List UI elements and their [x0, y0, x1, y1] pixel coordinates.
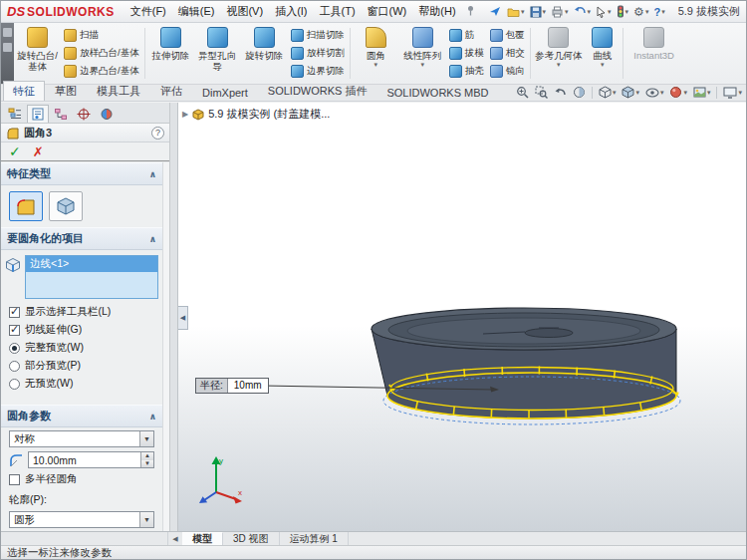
apply-scene-icon[interactable]: ▾ [693, 87, 711, 98]
undo-icon[interactable]: ▾ [574, 6, 592, 17]
symmetry-dropdown[interactable]: 对称 ▼ [9, 430, 154, 447]
callout-value-field[interactable]: 10mm [228, 379, 268, 393]
zoom-area-icon[interactable] [535, 86, 548, 99]
profile-dropdown[interactable]: 圆形 ▼ [9, 511, 154, 528]
tree-expand-icon[interactable]: ▶ [182, 110, 188, 119]
feature-tree-flyout[interactable]: ▶ 5.9 拔模实例 (封盖建模... [182, 107, 330, 122]
filletxpert-button[interactable] [49, 191, 83, 221]
tab-solidworks-addins[interactable]: SOLIDWORKS 插件 [258, 81, 377, 101]
help-icon[interactable]: ?▾ [653, 6, 664, 18]
options-gear-icon[interactable]: ⚙▾ [633, 5, 648, 19]
menu-pin-icon[interactable] [466, 5, 475, 18]
boundary-boss-button[interactable]: 边界凸台/基体 [64, 64, 139, 78]
edit-appearance-icon[interactable]: ▾ [669, 86, 687, 99]
intersect-button[interactable]: 相交 [490, 46, 525, 60]
curves-button[interactable]: 曲线 ▾ [585, 23, 621, 84]
tab-model[interactable]: 模型 [182, 532, 223, 545]
section-view-icon[interactable] [573, 86, 586, 99]
checkbox-icon[interactable] [9, 474, 20, 485]
tab-solidworks-mbd[interactable]: SOLIDWORKS MBD [376, 84, 498, 101]
boundary-cut-button[interactable]: 边界切除 [291, 64, 345, 78]
rib-button[interactable]: 筋 [449, 28, 484, 42]
revolved-boss-button[interactable]: 旋转凸台/基体 [14, 23, 61, 84]
tab-dimxpert-manager[interactable] [73, 105, 95, 123]
radio-icon[interactable] [9, 379, 20, 390]
zoom-fit-icon[interactable] [516, 86, 529, 99]
ok-button[interactable]: ✓ [9, 143, 21, 159]
tab-sketch[interactable]: 草图 [45, 81, 87, 101]
show-selection-toolbar-row[interactable]: 显示选择工具栏(L) [1, 303, 162, 321]
tab-features[interactable]: 特征 [3, 81, 45, 101]
hole-wizard-button[interactable]: 异型孔向导 [194, 23, 241, 84]
display-style-icon[interactable]: ▾ [622, 86, 639, 99]
menu-edit[interactable]: 编辑(E) [172, 2, 221, 21]
tab-display-manager[interactable] [96, 105, 118, 123]
print-icon[interactable]: ▾ [551, 6, 569, 18]
help-button[interactable]: ? [151, 127, 164, 140]
section-feature-type[interactable]: 特征类型 ∧ [1, 162, 162, 185]
save-icon[interactable]: ▾ [530, 6, 547, 18]
section-fillet-parameters[interactable]: 圆角参数 ∧ [1, 405, 162, 427]
fillet-button[interactable]: 圆角 ▾ [353, 23, 399, 84]
menu-tools[interactable]: 工具(T) [314, 2, 362, 21]
previous-view-icon[interactable] [554, 87, 567, 98]
tab-feature-manager[interactable] [4, 105, 26, 123]
lofted-cut-button[interactable]: 放样切割 [291, 46, 345, 60]
dropdown-arrow-icon[interactable]: ▼ [139, 512, 153, 527]
wrap-button[interactable]: 包覆 [490, 28, 525, 42]
panel-collapse-arrow[interactable]: ◀ [178, 306, 188, 330]
swept-cut-button[interactable]: 扫描切除 [291, 28, 345, 42]
selected-edge-item[interactable]: 边线<1> [26, 256, 157, 272]
cancel-button[interactable]: ✗ [33, 144, 44, 159]
3d-model-canvas[interactable]: x y [178, 103, 746, 531]
tab-scroll-left-icon[interactable]: ◀ [168, 532, 182, 545]
section-items-to-fillet[interactable]: 要圆角化的项目 ∧ [1, 227, 162, 250]
no-preview-radio-row[interactable]: 无预览(W) [1, 375, 162, 393]
tab-mold-tools[interactable]: 模具工具 [87, 81, 150, 101]
checkbox-checked-icon[interactable] [9, 325, 20, 336]
linear-pattern-button[interactable]: 线性阵列 ▾ [399, 23, 446, 84]
connect-icon[interactable] [489, 5, 502, 18]
mirror-button[interactable]: 镜向 [490, 64, 525, 78]
reference-geometry-button[interactable]: 参考几何体 ▾ [533, 23, 585, 84]
items-to-fillet-listbox[interactable]: 边线<1> [25, 255, 158, 299]
radio-selected-icon[interactable] [9, 343, 20, 354]
tab-motion-study[interactable]: 运动算例 1 [280, 532, 349, 545]
hide-show-items-icon[interactable]: ▾ [645, 88, 664, 98]
radius-input[interactable]: 10.00mm ▲▼ [28, 451, 154, 468]
partial-preview-radio-row[interactable]: 部分预览(P) [1, 357, 162, 375]
revolved-cut-button[interactable]: 旋转切除 [241, 23, 288, 84]
view-orientation-icon[interactable]: ▾ [599, 86, 617, 99]
multi-radius-row[interactable]: 多半径圆角 [1, 470, 162, 488]
tab-configuration-manager[interactable] [50, 105, 72, 123]
menu-view[interactable]: 视图(V) [220, 2, 269, 21]
instant3d-button[interactable]: Instant3D [625, 23, 683, 84]
fullscreen-monitor-icon[interactable]: ▾ [723, 87, 742, 99]
full-preview-radio-row[interactable]: 完整预览(W) [1, 339, 162, 357]
shell-button[interactable]: 抽壳 [449, 64, 484, 78]
open-icon[interactable]: ▾ [507, 6, 525, 18]
radius-callout[interactable]: 半径: 10mm [195, 378, 269, 394]
tab-dimxpert[interactable]: DimXpert [192, 84, 258, 101]
checkbox-checked-icon[interactable] [9, 307, 20, 318]
tab-property-manager[interactable] [27, 105, 49, 123]
tab-3d-views[interactable]: 3D 视图 [223, 532, 280, 545]
menu-help[interactable]: 帮助(H) [412, 2, 461, 21]
select-cursor-icon[interactable]: ▾ [596, 6, 612, 18]
draft-button[interactable]: 拔模 [449, 46, 484, 60]
constant-size-fillet-button[interactable] [9, 191, 43, 221]
dropdown-arrow-icon[interactable]: ▼ [139, 431, 153, 446]
panel-splitter[interactable] [170, 103, 178, 531]
spinner-control[interactable]: ▲▼ [140, 452, 153, 467]
lofted-boss-button[interactable]: 放样凸台/基体 [64, 46, 139, 60]
radio-icon[interactable] [9, 361, 20, 372]
graphics-area[interactable]: ▶ 5.9 拔模实例 (封盖建模... [178, 103, 746, 531]
tangent-propagation-row[interactable]: 切线延伸(G) [1, 321, 162, 339]
swept-boss-button[interactable]: 扫描 [64, 28, 139, 42]
tab-evaluate[interactable]: 评估 [150, 81, 192, 101]
menu-window[interactable]: 窗口(W) [362, 2, 413, 21]
tree-item-label[interactable]: 5.9 拔模实例 (封盖建模... [208, 107, 330, 122]
extruded-cut-button[interactable]: 拉伸切除 [147, 23, 194, 84]
menu-file[interactable]: 文件(F) [124, 2, 172, 21]
panel-scrollbar[interactable] [162, 162, 169, 531]
